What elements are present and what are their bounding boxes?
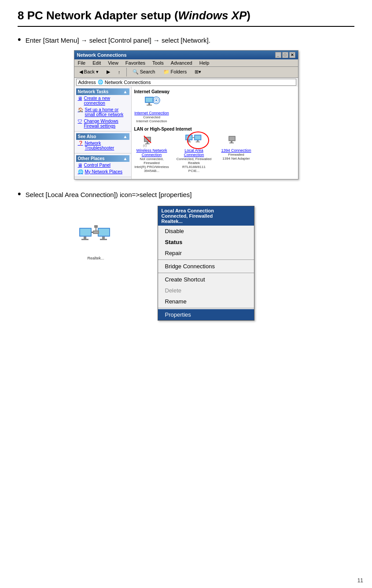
- svg-rect-32: [102, 237, 105, 239]
- folders-button[interactable]: 📁 Folders: [160, 68, 190, 76]
- menu-view[interactable]: View: [106, 60, 120, 66]
- wireless-sub: Intel(R) PRO/Wireless 3945AB...: [134, 165, 169, 173]
- ctx-disable[interactable]: Disable: [158, 226, 254, 237]
- local-area-name: Local Area Connection: [177, 148, 212, 157]
- lan-label: LAN or High-Speed Internet: [134, 127, 295, 131]
- title-end: ): [247, 9, 250, 22]
- create-connection-link[interactable]: 🖥 Create a new connection: [76, 95, 129, 106]
- back-button[interactable]: ◀ Back ▾: [76, 68, 102, 76]
- maximize-button[interactable]: □: [282, 52, 288, 58]
- minimize-button[interactable]: _: [275, 52, 281, 58]
- window-sidebar: Network Tasks ▲ 🖥 Create a new connectio…: [74, 87, 132, 179]
- ctx-separator-2: [158, 273, 254, 273]
- views-button[interactable]: ⊞▾: [192, 68, 204, 76]
- address-bar: Address 🌐 Network Connections: [76, 79, 296, 86]
- svg-rect-31: [99, 229, 109, 236]
- ctx-rename[interactable]: Rename: [158, 296, 254, 307]
- local-area-icon: [185, 133, 203, 147]
- menu-bar: File Edit View Favorites Tools Advanced …: [74, 59, 298, 67]
- svg-rect-16: [187, 141, 191, 142]
- bullet-text-2: Select [Local Area Connection]) icon=>se…: [26, 190, 192, 200]
- search-button[interactable]: 🔍 Search: [129, 68, 158, 76]
- bullet-dot-1: •: [18, 34, 21, 45]
- bullet-text-1: Enter [Start Menu] → select [Control pan…: [26, 36, 210, 46]
- internet-connection-sub: Internet Connection: [136, 119, 167, 123]
- internet-connection-status: Connected: [143, 115, 160, 119]
- svg-point-6: [155, 99, 157, 101]
- network-connections-window: Network Connections _ □ ✕ File Edit View…: [74, 50, 298, 179]
- svg-rect-37: [94, 225, 98, 228]
- context-menu-screenshot: Realtek... Local Area Connection Connect…: [70, 206, 303, 355]
- toolbar: ◀ Back ▾ ▶ ↑ 🔍 Search 📁 Folders ⊞▾: [74, 67, 298, 78]
- close-button[interactable]: ✕: [289, 52, 295, 58]
- 1394-status: Firewalled: [228, 153, 244, 157]
- ctx-delete[interactable]: Delete: [158, 285, 254, 296]
- window-content: Network Tasks ▲ 🖥 Create a new connectio…: [74, 87, 298, 179]
- wireless-connection-item[interactable]: (c) Wireless Network Connection Not conn…: [134, 133, 169, 173]
- menu-file[interactable]: File: [76, 60, 88, 66]
- svg-text:(c): (c): [143, 144, 147, 147]
- realtek-label: Realtek...: [87, 256, 104, 260]
- svg-rect-3: [147, 105, 152, 106]
- svg-rect-29: [81, 239, 88, 240]
- bullet-item-1: • Enter [Start Menu] → select [Control p…: [18, 36, 354, 46]
- other-places-title: Other Places ▲: [76, 155, 129, 162]
- see-also-section: See Also ▲ ❓ Network Troubleshooter: [74, 131, 131, 153]
- control-panel-link[interactable]: 🖥 Control Panel: [76, 162, 129, 168]
- svg-rect-27: [80, 229, 91, 236]
- ctx-repair[interactable]: Repair: [158, 248, 254, 259]
- my-network-link[interactable]: 🌐 My Network Places: [76, 168, 129, 175]
- 1394-icon: [228, 133, 245, 147]
- svg-rect-15: [188, 140, 190, 142]
- svg-rect-20: [195, 141, 199, 142]
- home-network-link[interactable]: 🏠 Set up a home or small office network: [76, 106, 129, 118]
- wireless-status: Not connected, Firewalled: [134, 157, 169, 165]
- network-tasks-section: Network Tasks ▲ 🖥 Create a new connectio…: [74, 87, 131, 131]
- svg-rect-19: [197, 140, 199, 142]
- svg-rect-18: [195, 135, 200, 139]
- network-icon-area: Realtek...: [78, 223, 114, 260]
- window-title: Network Connections: [77, 52, 127, 58]
- menu-edit[interactable]: Edit: [91, 60, 103, 66]
- local-area-connection-item[interactable]: Local Area Connection Connected, Firewal…: [177, 133, 212, 173]
- ctx-header-line3: Realtek...: [162, 219, 250, 224]
- 1394-sub: 1394 Net Adapter: [222, 157, 250, 161]
- ctx-properties[interactable]: Properties: [158, 309, 254, 320]
- toolbar-separator: [126, 68, 127, 77]
- ctx-bridge[interactable]: Bridge Connections: [158, 261, 254, 272]
- svg-rect-36: [94, 231, 98, 233]
- firewall-link[interactable]: 🛡 Change Windows Firewall settings: [76, 118, 129, 129]
- bullet-item-2: • Select [Local Area Connection]) icon=>…: [18, 190, 354, 200]
- svg-rect-25: [229, 142, 234, 143]
- svg-rect-33: [100, 239, 107, 240]
- menu-advanced[interactable]: Advanced: [169, 60, 194, 66]
- troubleshooter-link[interactable]: ❓ Network Troubleshooter: [76, 140, 129, 151]
- ctx-separator-1: [158, 259, 254, 260]
- internet-gateway-label: Internet Gateway: [134, 89, 295, 94]
- titlebar-buttons: _ □ ✕: [275, 52, 295, 58]
- forward-button[interactable]: ▶: [103, 68, 113, 76]
- wireless-name: Wireless Network Connection: [134, 148, 169, 157]
- 1394-connection-item[interactable]: 1394 Connection Firewalled 1394 Net Adap…: [219, 133, 254, 173]
- menu-favorites[interactable]: Favorites: [124, 60, 147, 66]
- ctx-create-shortcut[interactable]: Create Shortcut: [158, 274, 254, 285]
- bullet-dot-2: •: [18, 188, 21, 200]
- bullet-section-1: • Enter [Start Menu] → select [Control p…: [18, 36, 354, 179]
- page-number: 11: [357, 577, 363, 584]
- svg-rect-2: [148, 103, 150, 105]
- see-also-title: See Also ▲: [76, 133, 129, 140]
- svg-rect-28: [84, 237, 86, 239]
- svg-rect-9: [147, 142, 148, 143]
- ctx-status[interactable]: Status: [158, 237, 254, 248]
- network-tasks-title: Network Tasks ▲: [76, 88, 129, 95]
- menu-tools[interactable]: Tools: [151, 60, 166, 66]
- ctx-header-line1: Local Area Connection: [162, 208, 250, 213]
- bullet-section-2: • Select [Local Area Connection]) icon=>…: [18, 190, 354, 356]
- context-menu: Local Area Connection Connected, Firewal…: [158, 206, 254, 321]
- 1394-name: 1394 Connection: [221, 148, 251, 153]
- internet-connection-item[interactable]: Internet Connection Connected Internet C…: [134, 96, 169, 123]
- menu-help[interactable]: Help: [198, 60, 211, 66]
- page-title: 8 PC Network Adapter setup (Windows XP): [18, 9, 354, 27]
- other-places-section: Other Places ▲ 🖥 Control Panel 🌐 My Netw…: [74, 153, 131, 177]
- up-button[interactable]: ↑: [115, 69, 124, 76]
